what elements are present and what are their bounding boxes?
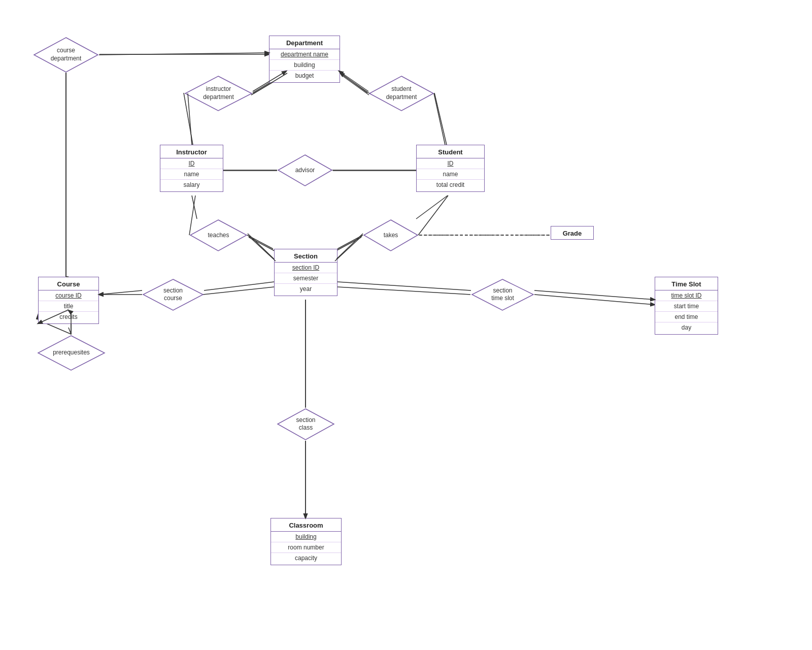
- svg-marker-36: [364, 220, 418, 251]
- department-attr-name: department name: [269, 49, 340, 60]
- section-attr-id: section ID: [275, 263, 337, 273]
- svg-marker-39: [472, 279, 533, 310]
- svg-marker-31: [34, 38, 98, 72]
- timeslot-attr-id: time slot ID: [655, 290, 718, 301]
- svg-marker-34: [278, 155, 332, 186]
- teaches-diamond: teaches: [189, 219, 248, 252]
- svg-marker-32: [185, 76, 252, 111]
- instructor-attr-name: name: [160, 169, 223, 180]
- timeslot-title: Time Slot: [655, 277, 718, 290]
- section-attr-semester: semester: [275, 273, 337, 284]
- timeslot-attr-end: end time: [655, 312, 718, 322]
- grade-title: Grade: [551, 226, 593, 239]
- instructor-title: Instructor: [160, 145, 223, 158]
- classroom-entity: Classroom building room number capacity: [270, 518, 342, 565]
- course-attr-credits: credits: [39, 312, 98, 323]
- student-attr-total-credit: total credit: [417, 180, 484, 191]
- section-timeslot-diamond: sectiontime slot: [471, 278, 534, 311]
- student-attr-id: ID: [417, 158, 484, 169]
- course-attr-id: course ID: [39, 290, 98, 301]
- section-title: Section: [275, 249, 337, 263]
- svg-marker-37: [143, 279, 203, 310]
- instructor-attr-id: ID: [160, 158, 223, 169]
- classroom-title: Classroom: [271, 518, 341, 532]
- department-title: Department: [269, 36, 340, 49]
- section-class-diamond: sectionclass: [277, 408, 335, 441]
- svg-marker-38: [278, 409, 334, 440]
- student-department-diamond: studentdepartment: [368, 75, 434, 112]
- timeslot-attr-day: day: [655, 322, 718, 334]
- course-title: Course: [39, 277, 98, 290]
- grade-entity: Grade: [551, 226, 594, 240]
- timeslot-attr-start: start time: [655, 301, 718, 312]
- course-entity: Course course ID title credits: [38, 277, 99, 324]
- classroom-attr-building: building: [271, 532, 341, 542]
- department-entity: Department department name building budg…: [269, 36, 340, 83]
- course-attr-title: title: [39, 301, 98, 312]
- department-attr-budget: budget: [269, 71, 340, 82]
- timeslot-entity: Time Slot time slot ID start time end ti…: [655, 277, 718, 335]
- section-course-diamond: sectioncourse: [142, 278, 204, 311]
- svg-marker-35: [190, 220, 247, 251]
- svg-marker-33: [369, 76, 433, 111]
- department-attr-building: building: [269, 60, 340, 71]
- section-entity: Section section ID semester year: [274, 249, 337, 296]
- instructor-department-diamond: instructordepartment: [184, 75, 253, 112]
- instructor-attr-salary: salary: [160, 180, 223, 191]
- student-title: Student: [417, 145, 484, 158]
- takes-diamond: takes: [363, 219, 419, 252]
- advisor-diamond: advisor: [277, 154, 333, 187]
- prerequesites-diamond: prerequesites: [37, 335, 106, 371]
- instructor-entity: Instructor ID name salary: [160, 145, 223, 192]
- classroom-attr-room: room number: [271, 542, 341, 553]
- course-department-diamond: coursedepartment: [33, 37, 99, 73]
- student-attr-name: name: [417, 169, 484, 180]
- svg-marker-40: [38, 336, 105, 370]
- section-attr-year: year: [275, 284, 337, 296]
- classroom-attr-capacity: capacity: [271, 553, 341, 565]
- student-entity: Student ID name total credit: [416, 145, 485, 192]
